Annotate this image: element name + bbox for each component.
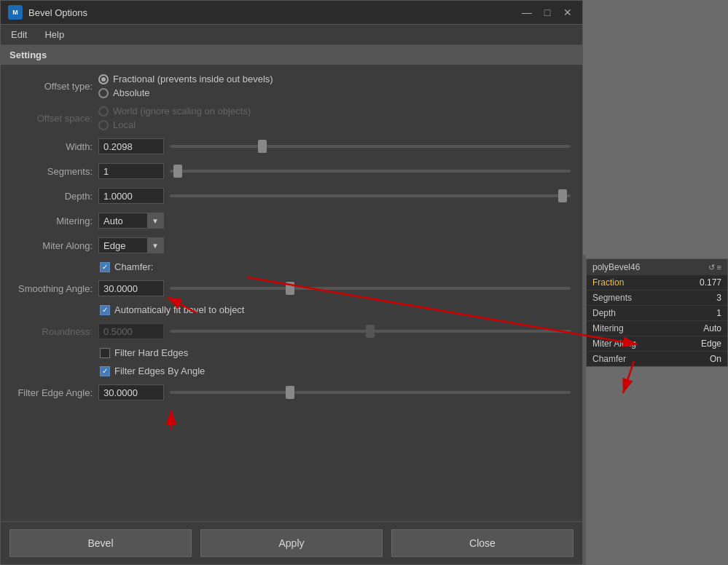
width-input[interactable] (98, 138, 164, 154)
segments-input[interactable] (98, 163, 164, 179)
filter-edges-by-angle-row: Filter Edges By Angle (100, 366, 571, 376)
close-button-bottom[interactable]: Close (391, 529, 574, 557)
mitering-dropdown-text: Auto (99, 214, 147, 228)
miter-along-label: Miter Along: (12, 240, 93, 251)
miter-along-dropdown-text: Edge (99, 239, 147, 253)
poly-panel-row-mitering: Mitering Auto (587, 321, 727, 336)
content-area: Offset type: Fractional (prevents inside… (1, 65, 582, 521)
depth-input[interactable] (98, 188, 164, 204)
poly-row-segments-label: Segments (592, 293, 632, 303)
poly-panel-title: polyBevel46 (592, 262, 640, 272)
depth-label: Depth: (12, 191, 93, 202)
apply-button[interactable]: Apply (200, 529, 383, 557)
minimize-button[interactable]: — (520, 5, 534, 20)
auto-fit-label: Automatically fit bevel to object (114, 304, 244, 315)
settings-header: Settings (1, 45, 582, 65)
maximize-button[interactable]: □ (540, 5, 555, 20)
roundness-input (98, 323, 164, 339)
menu-edit[interactable]: Edit (8, 28, 30, 42)
filter-edge-angle-input[interactable] (98, 384, 164, 400)
smoothing-angle-label: Smoothing Angle: (12, 283, 93, 294)
filter-edge-angle-slider[interactable] (170, 391, 571, 394)
miter-along-dropdown-arrow[interactable]: ▼ (147, 237, 163, 253)
segments-row: Segments: (12, 162, 571, 180)
offset-space-row: Offset space: World (ignore scaling on o… (12, 106, 571, 130)
width-slider[interactable] (170, 145, 571, 148)
filter-hard-edges-checkbox[interactable] (100, 348, 110, 358)
offset-type-absolute-row: Absolute (98, 87, 273, 98)
poly-panel-icon[interactable]: ↺ ≡ (708, 263, 721, 272)
bevel-options-dialog: M Bevel Options — □ ✕ Edit Help Settings… (0, 0, 583, 565)
filter-edge-angle-slider-thumb[interactable] (286, 386, 294, 399)
width-label: Width: (12, 141, 93, 152)
offset-space-local-row: Local (98, 119, 251, 130)
bevel-button[interactable]: Bevel (9, 529, 192, 557)
window-controls: — □ ✕ (520, 5, 575, 20)
depth-slider-thumb[interactable] (558, 189, 567, 202)
chamfer-checkbox[interactable] (100, 262, 110, 272)
mitering-dropdown-arrow[interactable]: ▼ (147, 213, 163, 229)
offset-type-absolute-label: Absolute (113, 87, 150, 98)
window-title: Bevel Options (28, 7, 87, 18)
width-row: Width: (12, 138, 571, 155)
chamfer-row: Chamfer: (100, 261, 571, 272)
offset-type-label: Offset type: (12, 81, 93, 92)
poly-row-depth-label: Depth (592, 308, 616, 318)
offset-space-local-radio (98, 120, 109, 130)
mitering-row: Mitering: Auto ▼ (12, 212, 571, 229)
roundness-row: Roundness: (12, 323, 571, 340)
auto-fit-row: Automatically fit bevel to object (100, 304, 571, 315)
offset-space-label: Offset space: (12, 113, 93, 124)
poly-row-chamfer-label: Chamfer (592, 354, 626, 364)
poly-panel-header: polyBevel46 ↺ ≡ (587, 259, 727, 275)
poly-bevel-panel: polyBevel46 ↺ ≡ Fraction 0.177 Segments … (586, 258, 728, 367)
filter-hard-edges-row: Filter Hard Edges (100, 347, 571, 358)
smoothing-angle-slider-thumb[interactable] (286, 282, 294, 295)
smoothing-angle-input[interactable] (98, 280, 164, 296)
poly-panel-row-depth: Depth 1 (587, 306, 727, 321)
offset-type-absolute-radio[interactable] (98, 88, 109, 98)
filter-edge-angle-row: Filter Edge Angle: (12, 384, 571, 401)
close-button[interactable]: ✕ (560, 5, 575, 20)
poly-row-miter-along-value: Edge (685, 339, 721, 349)
segments-slider[interactable] (170, 170, 571, 173)
depth-row: Depth: (12, 187, 571, 205)
miter-along-row: Miter Along: Edge ▼ (12, 237, 571, 254)
poly-row-fraction-value: 0.177 (685, 277, 721, 288)
title-bar: M Bevel Options — □ ✕ (1, 1, 582, 25)
filter-edges-by-angle-checkbox[interactable] (100, 366, 110, 376)
poly-row-mitering-label: Mitering (592, 323, 624, 333)
filter-edges-by-angle-label: Filter Edges By Angle (114, 366, 205, 376)
miter-along-dropdown[interactable]: Edge ▼ (98, 237, 164, 253)
roundness-slider-thumb (366, 325, 375, 338)
mitering-dropdown[interactable]: Auto ▼ (98, 213, 164, 229)
poly-panel-row-miter-along: Miter Along Edge (587, 336, 727, 352)
filter-edge-angle-label: Filter Edge Angle: (12, 387, 93, 398)
poly-row-miter-along-label: Miter Along (592, 339, 636, 349)
poly-row-depth-value: 1 (685, 308, 721, 318)
offset-space-world-row: World (ignore scaling on objects) (98, 106, 251, 116)
offset-type-row: Offset type: Fractional (prevents inside… (12, 74, 571, 98)
poly-panel-row-segments: Segments 3 (587, 291, 727, 306)
poly-row-fraction-label: Fraction (592, 277, 624, 288)
offset-type-fractional-radio[interactable] (98, 74, 109, 84)
auto-fit-checkbox[interactable] (100, 305, 110, 315)
depth-slider[interactable] (170, 194, 571, 197)
offset-type-fractional-label: Fractional (prevents inside out bevels) (113, 74, 273, 84)
viewport-bg (583, 0, 728, 255)
poly-row-segments-value: 3 (685, 293, 721, 303)
offset-space-radio-group: World (ignore scaling on objects) Local (98, 106, 251, 130)
poly-row-mitering-value: Auto (685, 323, 721, 333)
segments-slider-thumb[interactable] (173, 165, 182, 178)
offset-type-radio-group: Fractional (prevents inside out bevels) … (98, 74, 273, 98)
menu-help[interactable]: Help (42, 28, 67, 42)
width-slider-thumb[interactable] (258, 140, 267, 153)
poly-row-chamfer-value: On (685, 354, 721, 364)
smoothing-angle-row: Smoothing Angle: (12, 280, 571, 297)
roundness-slider (170, 330, 571, 333)
mitering-label: Mitering: (12, 216, 93, 226)
offset-space-world-radio (98, 106, 109, 116)
filter-hard-edges-label: Filter Hard Edges (114, 347, 188, 358)
chamfer-label: Chamfer: (114, 261, 153, 272)
smoothing-angle-slider[interactable] (170, 287, 571, 290)
